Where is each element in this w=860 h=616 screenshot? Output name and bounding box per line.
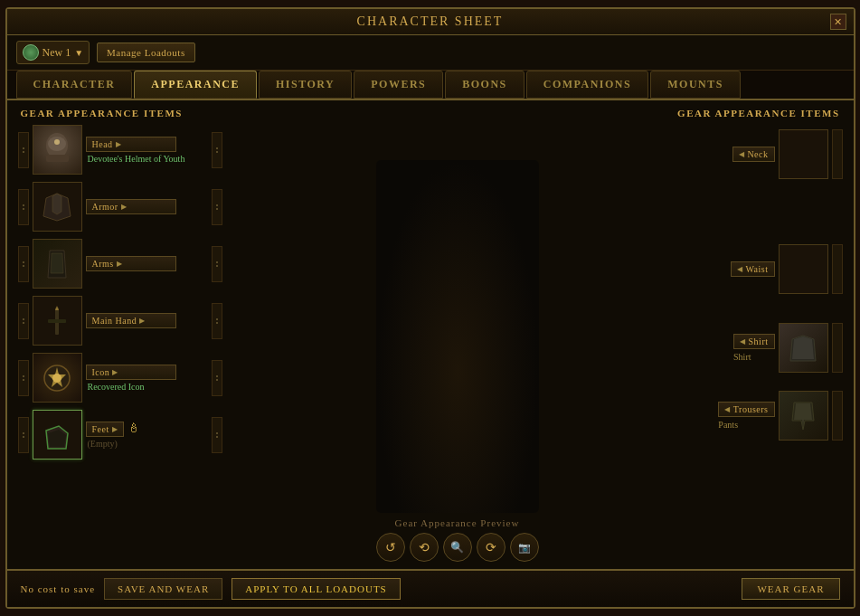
slot-toggle-feet[interactable] [18,417,29,453]
slot-toggle-armor[interactable] [18,189,29,225]
rotate-left-button[interactable]: ↺ [376,533,405,562]
slot-info-head: Head ▶ Devotee's Helmet of Youth [86,137,208,164]
char-background [376,160,539,513]
rotate-right-button[interactable]: 📷 [510,533,539,562]
character-selector[interactable]: New 1 ▼ [16,41,90,64]
slot-btn-icon[interactable]: Icon ▶ [86,365,176,380]
slot-toggle-head[interactable] [18,132,29,168]
slot-toggle-icon[interactable] [18,360,29,396]
slot-trousers: ◀ Trousers Pants [691,389,845,442]
slot-image-trousers[interactable] [779,391,828,441]
slot-image-head[interactable] [33,125,82,175]
slot-image-mainhand[interactable] [33,296,82,346]
gear-headers: Gear Appearance Items Gear Appearance It… [7,100,854,123]
slot-btn-trousers[interactable]: ◀ Trousers [718,402,774,417]
slot-toggle-feet-right[interactable] [212,417,222,453]
slot-toggle-arms[interactable] [18,246,29,282]
gear-header-right: Gear Appearance Items [677,108,839,118]
slot-armor: Armor ▶ [16,180,224,233]
slot-toggle-neck[interactable] [832,129,843,179]
spacer-2 [691,299,845,317]
window-title: Character Sheet [7,14,854,29]
slot-toggle-icon-right[interactable] [212,360,222,396]
title-bar: Character Sheet ✕ [7,9,854,35]
slot-arrow-neck-left: ◀ [739,150,745,158]
svg-point-3 [54,139,60,145]
slot-btn-arms[interactable]: Arms ▶ [86,256,176,271]
slot-item-trousers: Pants [718,420,738,430]
wear-gear-button[interactable]: Wear Gear [742,578,839,600]
slot-info-icon: Icon ▶ Recovered Icon [86,365,208,392]
slot-toggle-shirt[interactable] [832,323,843,373]
slot-btn-head[interactable]: Head ▶ [86,137,176,152]
slot-info-trousers: ◀ Trousers Pants [718,402,774,430]
slot-toggle-waist[interactable] [832,244,843,294]
spacer-3 [691,378,845,385]
slot-info-armor: Armor ▶ [86,199,208,214]
slot-item-feet: (Empty) [86,439,208,449]
save-wear-button[interactable]: Save and Wear [104,578,222,600]
slot-image-neck[interactable] [779,129,828,179]
tab-appearance[interactable]: Appearance [134,71,257,99]
slot-image-feet[interactable] [33,410,82,460]
slot-btn-mainhand[interactable]: Main Hand ▶ [86,313,176,328]
slot-info-shirt: ◀ Shirt Shirt [733,334,774,362]
reset-left-icon: ⟲ [419,540,430,555]
slot-btn-shirt[interactable]: ◀ Shirt [733,334,774,349]
slot-info-mainhand: Main Hand ▶ [86,313,208,328]
slot-btn-feet[interactable]: Feet ▶ [86,422,125,437]
slot-arrow-trousers-left: ◀ [724,405,731,413]
zoom-button[interactable]: 🔍 [443,533,472,562]
slot-btn-armor[interactable]: Armor ▶ [86,199,176,214]
reset-left-button[interactable]: ⟲ [410,533,439,562]
slot-toggle-mainhand[interactable] [18,303,29,339]
preview-label: Gear Appearance Preview [395,517,520,528]
zoom-icon: 🔍 [450,541,464,554]
tab-boons[interactable]: Boons [445,71,525,99]
slot-info-neck: ◀ Neck [732,147,775,162]
toolbar: New 1 ▼ Manage Loadouts [7,35,854,71]
tab-powers[interactable]: Powers [354,71,443,99]
tab-companions[interactable]: Companions [526,71,648,99]
close-button[interactable]: ✕ [830,14,846,30]
slot-image-armor[interactable] [33,182,82,232]
character-icon [23,44,39,61]
slot-arrow-icon: ▶ [112,368,118,376]
tab-character[interactable]: Character [16,71,133,99]
slot-toggle-armor-right[interactable] [212,189,222,225]
apply-loadouts-button[interactable]: Apply to All Loadouts [232,578,401,600]
slot-feet: Feet ▶ 🕯 (Empty) [16,408,224,461]
tab-history[interactable]: History [259,71,352,99]
slot-image-arms[interactable] [33,239,82,289]
slot-info-feet: Feet ▶ 🕯 (Empty) [86,422,208,449]
slot-toggle-arms-right[interactable] [212,246,222,282]
slot-toggle-head-right[interactable] [212,132,222,168]
slot-icon: Icon ▶ Recovered Icon [16,351,224,404]
slot-image-icon[interactable] [33,353,82,403]
reset-right-button[interactable]: ⟳ [477,533,506,562]
gear-main: Head ▶ Devotee's Helmet of Youth [7,123,854,569]
main-window: Character Sheet ✕ New 1 ▼ Manage Loadout… [5,7,855,609]
camera-icon: 📷 [518,542,531,554]
tab-mounts[interactable]: Mounts [650,71,741,99]
char-preview: Gear Appearance Preview ↺ ⟲ 🔍 ⟳ [229,123,686,569]
manage-loadouts-button[interactable]: Manage Loadouts [97,43,195,62]
slot-btn-neck[interactable]: ◀ Neck [732,147,775,162]
char-model [376,160,539,513]
slot-waist: ◀ Waist [691,242,845,296]
slot-toggle-mainhand-right[interactable] [212,303,222,339]
slot-arrow-waist-left: ◀ [737,265,743,273]
gear-right-panel: ◀ Neck ◀ Waist [691,123,845,569]
character-name: New 1 [43,46,71,60]
no-cost-label: No cost to save [21,583,96,594]
slot-arrow-head: ▶ [116,140,122,148]
slot-btn-waist[interactable]: ◀ Waist [731,261,775,277]
slot-info-arms: Arms ▶ [86,256,208,271]
slot-arms: Arms ▶ [16,237,224,290]
slot-image-waist[interactable] [779,244,828,294]
slot-image-shirt[interactable] [779,323,828,373]
slot-arrow-shirt-left: ◀ [740,337,746,346]
slot-toggle-trousers[interactable] [832,391,843,441]
candle-icon: 🕯 [128,422,140,436]
slot-info-waist: ◀ Waist [731,261,775,277]
